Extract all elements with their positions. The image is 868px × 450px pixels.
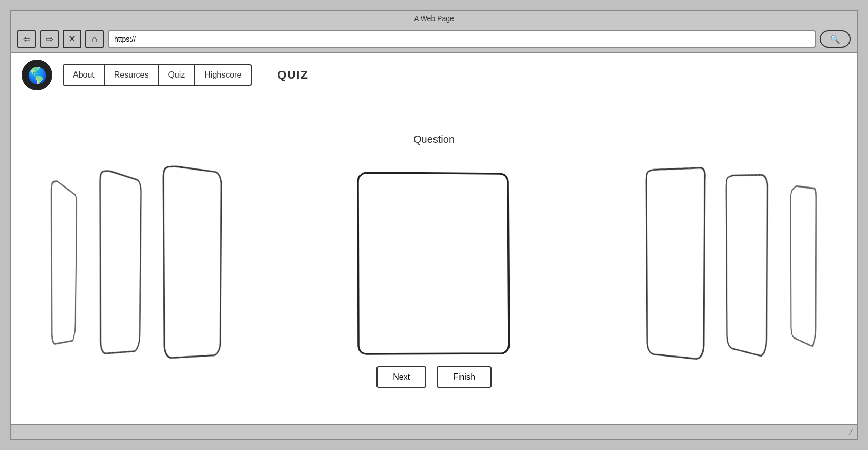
logo-globe-icon: 🌎 <box>22 60 52 90</box>
search-icon: 🔍 <box>830 34 840 44</box>
nav-menu: About Resurces Quiz Highscore <box>63 64 252 86</box>
forward-icon: ⇨ <box>46 33 53 45</box>
browser-footer: ∕ <box>11 424 857 439</box>
browser-title: A Web Page <box>414 14 454 23</box>
question-label: Question <box>413 134 455 145</box>
card-far-left <box>51 176 79 350</box>
card-mid-right <box>725 167 769 360</box>
nav-item-resources[interactable]: Resurces <box>105 65 159 85</box>
browser-toolbar: ⇦ ⇨ ✕ ⌂ 🔍 <box>11 26 857 53</box>
finish-button[interactable]: Finish <box>437 366 492 388</box>
forward-button[interactable]: ⇨ <box>40 30 59 48</box>
search-button[interactable]: 🔍 <box>820 30 851 48</box>
nav-item-highscore[interactable]: Highscore <box>195 65 251 85</box>
card-center <box>357 171 511 356</box>
nav-item-quiz[interactable]: Quiz <box>159 65 195 85</box>
quiz-area: Question <box>11 97 857 424</box>
resize-handle-icon: ∕ <box>851 428 852 436</box>
card-mid-left <box>99 167 143 360</box>
close-icon: ✕ <box>68 33 76 45</box>
home-button[interactable]: ⌂ <box>85 30 104 48</box>
home-icon: ⌂ <box>92 34 98 45</box>
next-button[interactable]: Next <box>376 366 426 388</box>
nav-header: 🌎 About Resurces Quiz Highscore QUIZ <box>11 53 857 97</box>
quiz-buttons: Next Finish <box>376 366 492 388</box>
back-icon: ⇦ <box>23 33 31 45</box>
nav-item-about[interactable]: About <box>64 65 105 85</box>
browser-title-bar: A Web Page <box>11 11 857 26</box>
page-title: QUIZ <box>277 68 309 82</box>
card-near-right <box>644 163 707 364</box>
card-carousel <box>22 156 846 371</box>
card-far-right <box>790 176 818 350</box>
card-near-left <box>161 163 224 364</box>
back-button[interactable]: ⇦ <box>17 30 36 48</box>
page-content: 🌎 About Resurces Quiz Highscore QUIZ Que… <box>11 53 857 424</box>
close-button[interactable]: ✕ <box>63 30 81 48</box>
browser-window: A Web Page ⇦ ⇨ ✕ ⌂ 🔍 🌎 About Resurces <box>10 10 858 440</box>
url-bar[interactable] <box>108 30 816 48</box>
